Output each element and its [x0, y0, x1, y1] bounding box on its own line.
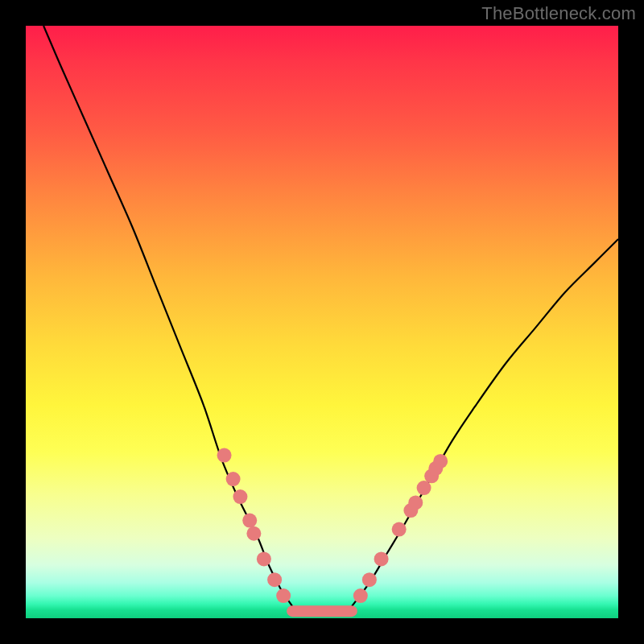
- data-marker: [217, 448, 232, 463]
- data-marker: [362, 572, 377, 587]
- plot-area: [26, 26, 618, 618]
- data-marker: [408, 495, 423, 510]
- outer-frame: TheBottleneck.com: [0, 0, 644, 644]
- data-marker: [374, 551, 389, 566]
- data-marker: [353, 588, 368, 603]
- data-marker: [433, 454, 448, 469]
- marker-group: [217, 448, 448, 603]
- data-marker: [276, 588, 291, 603]
- right-curve: [352, 239, 618, 606]
- data-marker: [242, 514, 257, 528]
- data-marker: [257, 551, 271, 566]
- data-marker: [246, 526, 261, 541]
- data-marker: [392, 522, 407, 537]
- data-marker: [226, 472, 241, 486]
- data-marker: [417, 481, 431, 495]
- data-marker: [233, 489, 247, 504]
- watermark-text: TheBottleneck.com: [481, 3, 636, 24]
- data-marker: [267, 572, 282, 587]
- chart-svg: [26, 26, 618, 618]
